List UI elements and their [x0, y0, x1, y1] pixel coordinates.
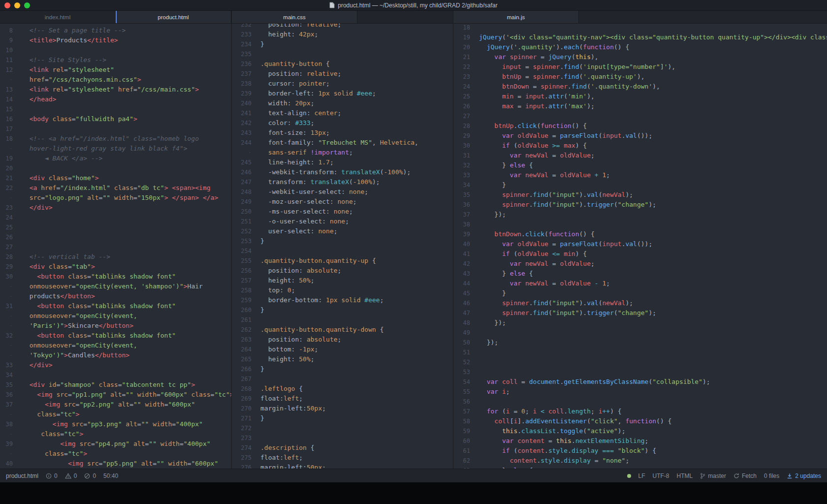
code-line[interactable] — [260, 374, 453, 384]
code-line[interactable]: cursor: pointer; — [260, 79, 453, 89]
code-line[interactable]: <button class="tablinks shadow font" — [22, 331, 231, 341]
code-line[interactable]: <link rel="stylesheet" href="/css/main.c… — [22, 85, 231, 94]
code-line[interactable]: } — [260, 364, 453, 374]
minimize-window-button[interactable] — [14, 2, 20, 8]
code-line[interactable]: } else { — [479, 466, 827, 469]
code-line[interactable]: } — [479, 180, 827, 190]
code-line[interactable]: height: 42px; — [260, 30, 453, 39]
code-line[interactable] — [22, 232, 231, 242]
code-line[interactable]: top: 0; — [260, 285, 453, 295]
diagnostics-error[interactable]: 0 — [84, 472, 96, 479]
code-line[interactable]: line-height: 1.7; — [260, 158, 453, 167]
code-line[interactable]: btnUp.click(function() { — [479, 121, 827, 131]
code-line[interactable]: } — [479, 288, 827, 298]
code-line[interactable]: <link rel="stylesheet" — [22, 65, 231, 75]
code-line[interactable]: .quantity-button { — [260, 59, 453, 69]
code-line[interactable]: } — [260, 236, 453, 246]
code-line[interactable]: border-bottom: 1px solid #eee; — [260, 295, 453, 305]
code-line[interactable]: spinner.find("input").trigger("change"); — [479, 200, 827, 210]
code-line[interactable]: ◄ BACK </a> --> — [22, 154, 231, 163]
code-line[interactable]: <img src="pp3.png" alt="" width="400px" — [22, 419, 231, 429]
code-line[interactable]: }); — [479, 338, 827, 347]
code-line[interactable]: } — [260, 305, 453, 315]
code-line[interactable]: coll[i].addEventListener("click", functi… — [479, 416, 827, 426]
code-line[interactable]: .description { — [260, 443, 453, 453]
code-line[interactable]: class="tc"> — [22, 410, 231, 419]
code-line[interactable]: if (content.style.display === "block") { — [479, 446, 827, 456]
code-line[interactable]: }); — [479, 210, 827, 220]
code-line[interactable] — [260, 246, 453, 256]
code-line[interactable]: <img src="pp4.png" alt="" width="400px" — [22, 439, 231, 449]
tab-main.css[interactable]: main.css — [232, 11, 357, 23]
code-line[interactable]: var newVal = oldValue; — [479, 151, 827, 160]
code-line[interactable] — [479, 328, 827, 338]
code-line[interactable] — [22, 45, 231, 55]
code-line[interactable]: onmouseover="openCity(event, — [22, 311, 231, 321]
code-line[interactable]: position: absolute; — [260, 335, 453, 345]
code-line[interactable]: } — [260, 413, 453, 423]
code-line[interactable]: float:left; — [260, 453, 453, 463]
code-line[interactable] — [22, 124, 231, 134]
code-line[interactable] — [479, 111, 827, 121]
line-number-gutter[interactable]: 1819202122232425262728293031323334353637… — [453, 24, 477, 469]
changed-files[interactable]: 0 files — [764, 472, 779, 479]
line-ending-selector[interactable]: LF — [638, 472, 645, 479]
code-line[interactable]: -webkit-user-select: none; — [260, 187, 453, 197]
code-line[interactable] — [22, 213, 231, 222]
code-line[interactable]: }); — [479, 318, 827, 328]
code-line[interactable]: position: absolute; — [260, 266, 453, 276]
code-line[interactable]: var content = this.nextElementSibling; — [479, 436, 827, 446]
code-line[interactable] — [479, 347, 827, 357]
code-line[interactable]: <!-- vertical tab --> — [22, 252, 231, 262]
code-line[interactable]: <a href="/index.html" class="db tc"> <sp… — [22, 183, 231, 193]
code-line[interactable]: bottom: -1px; — [260, 345, 453, 354]
code-line[interactable]: <img src="pp2.png" alt="" width="600px" — [22, 400, 231, 410]
code-line[interactable]: spinner.find("input").val(newVal); — [479, 190, 827, 200]
code-line[interactable]: float:left; — [260, 394, 453, 404]
git-fetch-button[interactable]: Fetch — [733, 472, 757, 479]
encoding-selector[interactable]: UTF-8 — [653, 472, 669, 479]
code-line[interactable]: products</button> — [22, 291, 231, 301]
code-line[interactable] — [479, 220, 827, 229]
code-line[interactable]: if (oldValue >= max) { — [479, 141, 827, 151]
code-line[interactable]: var i; — [479, 387, 827, 397]
code-line[interactable]: var coll = document.getElementsByClassNa… — [479, 377, 827, 387]
code-line[interactable]: min = input.attr('min'), — [479, 92, 827, 101]
code-line[interactable]: <!-- <a href="/index.html" class="homeb … — [22, 134, 231, 144]
code-line[interactable]: var oldValue = parseFloat(input.val()); — [479, 239, 827, 249]
code-line[interactable]: sans-serif !important; — [260, 148, 453, 158]
code-line[interactable] — [260, 423, 453, 433]
code-line[interactable] — [22, 222, 231, 232]
code-line[interactable]: jQuery('.quantity').each(function() { — [479, 42, 827, 52]
code-line[interactable]: var newVal = oldValue; — [479, 259, 827, 269]
zoom-window-button[interactable] — [24, 2, 30, 8]
code-line[interactable]: -webkit-transform: translateX(-100%); — [260, 167, 453, 177]
code-line[interactable]: <button class="tablinks shadow font" — [22, 301, 231, 311]
code-line[interactable] — [22, 242, 231, 252]
code-line[interactable]: height: 50%; — [260, 354, 453, 364]
line-number-gutter[interactable]: 232233234235236237238239240241242243244·… — [232, 24, 258, 469]
code-line[interactable]: transform: translateX(-100%); — [260, 177, 453, 187]
code-line[interactable]: <div id="shampoo" class="tabcontent tc p… — [22, 380, 231, 390]
line-number-gutter[interactable]: 89101112·131415161718·19202122·232425262… — [0, 24, 20, 469]
code-line[interactable]: btnDown = spinner.find('.quantity-down')… — [479, 82, 827, 92]
tab-product.html[interactable]: product.html — [116, 11, 231, 23]
code-line[interactable]: </div> — [22, 360, 231, 370]
code-line[interactable]: </div> — [22, 203, 231, 213]
code-line[interactable]: font-size: 13px; — [260, 128, 453, 138]
code-line[interactable]: hover-light-red gray stay link black f4"… — [22, 144, 231, 154]
code-line[interactable]: height: 50%; — [260, 276, 453, 285]
code-line[interactable]: </head> — [22, 94, 231, 104]
diagnostics-warning[interactable]: 0 — [65, 472, 77, 479]
code-line[interactable]: <div class="home"> — [22, 173, 231, 183]
code-line[interactable] — [260, 49, 453, 59]
code-line[interactable]: var newVal = oldValue + 1; — [479, 170, 827, 180]
code-line[interactable]: src="logo.png" alt="" width="150px"> </s… — [22, 193, 231, 203]
code-line[interactable]: } else { — [479, 269, 827, 279]
code-line[interactable]: .quantity-button.quantity-down { — [260, 325, 453, 335]
diagnostics-info[interactable]: 0 — [46, 472, 58, 479]
text-editor-main-css[interactable]: 232233234235236237238239240241242243244·… — [232, 24, 453, 469]
code-line[interactable]: color: #333; — [260, 118, 453, 128]
code-line[interactable]: .quantity-button.quantity-up { — [260, 256, 453, 266]
code-line[interactable]: margin-left:50px; — [260, 463, 453, 469]
